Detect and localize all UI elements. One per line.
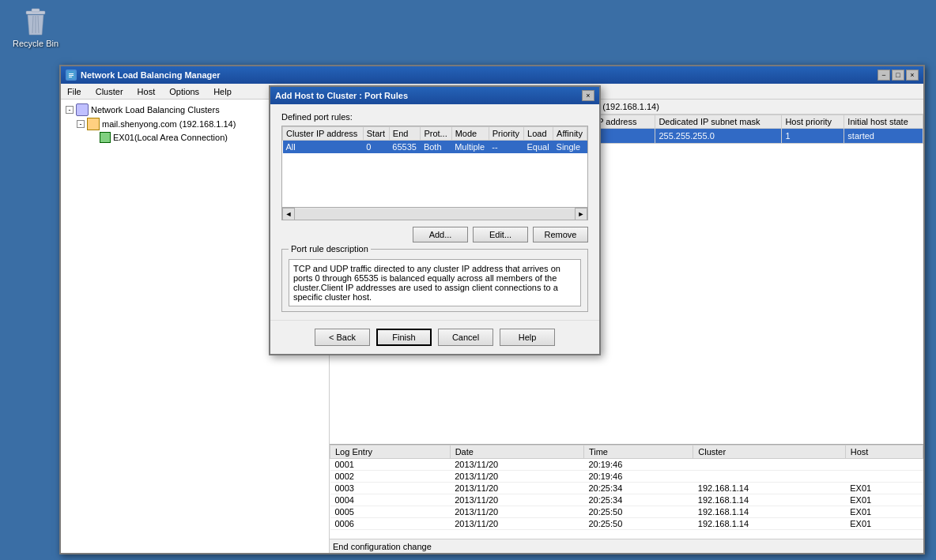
log-table: Log Entry Date Time Cluster Host 0001201… [330, 445, 923, 530]
menu-file[interactable]: File [64, 86, 85, 97]
modal-close-button[interactable]: × [582, 90, 594, 101]
log-cell-host [845, 459, 923, 471]
close-button[interactable]: × [906, 70, 919, 81]
log-cell-cluster: 192.168.1.14 [693, 483, 845, 494]
recycle-bin-label: Recycle Bin [13, 39, 58, 48]
host-row-subnet: 255.255.255.0 [655, 129, 782, 144]
menu-help[interactable]: Help [210, 86, 235, 97]
remove-button[interactable]: Remove [533, 227, 588, 242]
log-table-row: 00062013/11/2020:25:50192.168.1.14EX01 [330, 518, 923, 530]
add-button[interactable]: Add... [413, 227, 468, 242]
svg-rect-6 [69, 73, 74, 74]
log-cell-cluster [693, 471, 845, 483]
cancel-button[interactable]: Cancel [438, 329, 493, 346]
log-cell-cluster: 192.168.1.14 [693, 494, 845, 506]
port-rules-label: Defined port rules: [281, 112, 588, 122]
help-button[interactable]: Help [500, 329, 555, 346]
host-icon [100, 132, 111, 143]
log-cell-entry: 0005 [330, 506, 451, 518]
horizontal-scrollbar[interactable]: ◄ ► [282, 207, 587, 220]
description-group: Port rule description TCP and UDP traffi… [281, 249, 588, 312]
log-cell-date: 2013/11/20 [450, 483, 583, 494]
cluster-icon [87, 118, 100, 130]
scroll-right-button[interactable]: ► [575, 208, 587, 220]
tree-expand-root[interactable]: - [66, 106, 74, 114]
tree-root-label: Network Load Balancing Clusters [91, 105, 220, 115]
minimize-button[interactable]: − [878, 70, 890, 81]
svg-rect-8 [69, 77, 72, 77]
modal-body: Defined port rules: Cluster IP address S… [270, 104, 599, 320]
log-cell-cluster: 192.168.1.14 [693, 506, 845, 518]
col-mode: Mode [451, 127, 489, 141]
modal-dialog: Add Host to Cluster : Port Rules × Defin… [269, 85, 601, 355]
rule-load: Equal [524, 141, 553, 154]
back-button[interactable]: < Back [315, 329, 370, 346]
title-bar-left: Network Load Balancing Manager [66, 70, 221, 81]
rule-affinity: Single [553, 141, 587, 154]
network-clusters-icon [76, 103, 89, 116]
port-rules-table-container: Cluster IP address Start End Prot... Mod… [281, 126, 588, 220]
log-cell-date: 2013/11/20 [450, 471, 583, 483]
rule-mode: Multiple [451, 141, 489, 154]
log-table-row: 00022013/11/2020:19:46 [330, 471, 923, 483]
log-cell-cluster: 192.168.1.14 [693, 518, 845, 530]
finish-button[interactable]: Finish [376, 329, 432, 346]
log-table-row: 00032013/11/2020:25:34192.168.1.14EX01 [330, 483, 923, 494]
log-col-host: Host [845, 445, 923, 459]
col-start: Start [363, 127, 389, 141]
log-cell-host: EX01 [845, 518, 923, 530]
app-icon [66, 70, 77, 81]
rule-priority: -- [489, 141, 523, 154]
log-table-row: 00052013/11/2020:25:50192.168.1.14EX01 [330, 506, 923, 518]
col-host-priority: Host priority [782, 115, 844, 129]
rule-cluster-ip: All [283, 141, 364, 154]
log-cell-date: 2013/11/20 [450, 459, 583, 471]
col-affinity: Affinity [553, 127, 587, 141]
log-cell-entry: 0004 [330, 494, 451, 506]
log-cell-entry: 0002 [330, 471, 451, 483]
modal-action-buttons: Add... Edit... Remove [281, 227, 588, 242]
log-cell-date: 2013/11/20 [450, 518, 583, 530]
port-rule-row[interactable]: All 0 65535 Both Multiple -- Equal Singl… [283, 141, 587, 154]
recycle-bin-icon[interactable]: Recycle Bin [12, 8, 59, 48]
menu-host[interactable]: Host [134, 86, 159, 97]
col-subnet-mask: Dedicated IP subnet mask [655, 115, 782, 129]
log-cell-entry: 0003 [330, 483, 451, 494]
log-panel: Log Entry Date Time Cluster Host 0001201… [330, 444, 923, 539]
log-cell-host [845, 471, 923, 483]
log-table-row: 00012013/11/2020:19:46 [330, 459, 923, 471]
menu-options[interactable]: Options [166, 86, 202, 97]
log-cell-time: 20:25:50 [583, 506, 693, 518]
edit-button[interactable]: Edit... [473, 227, 528, 242]
rule-protocol: Both [421, 141, 451, 154]
col-prot: Prot... [421, 127, 451, 141]
col-priority: Priority [489, 127, 523, 141]
col-end: End [389, 127, 421, 141]
col-load: Load [524, 127, 553, 141]
log-cell-cluster [693, 459, 845, 471]
svg-rect-7 [69, 75, 74, 76]
log-cell-time: 20:25:50 [583, 518, 693, 530]
log-cell-time: 20:19:46 [583, 459, 693, 471]
status-bar: End configuration change [330, 539, 923, 553]
scroll-track [295, 209, 575, 220]
log-cell-entry: 0001 [330, 459, 451, 471]
col-initial-host-state: Initial host state [844, 115, 923, 129]
svg-rect-1 [32, 9, 40, 12]
log-col-date: Date [450, 445, 583, 459]
log-col-cluster: Cluster [693, 445, 845, 459]
log-table-row: 00042013/11/2020:25:34192.168.1.14EX01 [330, 494, 923, 506]
log-cell-time: 20:25:34 [583, 494, 693, 506]
desktop: Recycle Bin Network Load Balancing Manag… [0, 0, 936, 560]
log-cell-date: 2013/11/20 [450, 506, 583, 518]
scroll-left-button[interactable]: ◄ [282, 208, 295, 220]
description-group-label: Port rule description [289, 244, 371, 254]
maximize-button[interactable]: □ [892, 70, 904, 81]
modal-footer-buttons: < Back Finish Cancel Help [270, 320, 599, 354]
tree-expand-cluster[interactable]: - [77, 120, 85, 128]
menu-cluster[interactable]: Cluster [92, 86, 126, 97]
log-cell-host: EX01 [845, 483, 923, 494]
modal-title: Add Host to Cluster : Port Rules [275, 91, 408, 100]
log-cell-host: EX01 [845, 494, 923, 506]
window-title: Network Load Balancing Manager [81, 70, 221, 80]
